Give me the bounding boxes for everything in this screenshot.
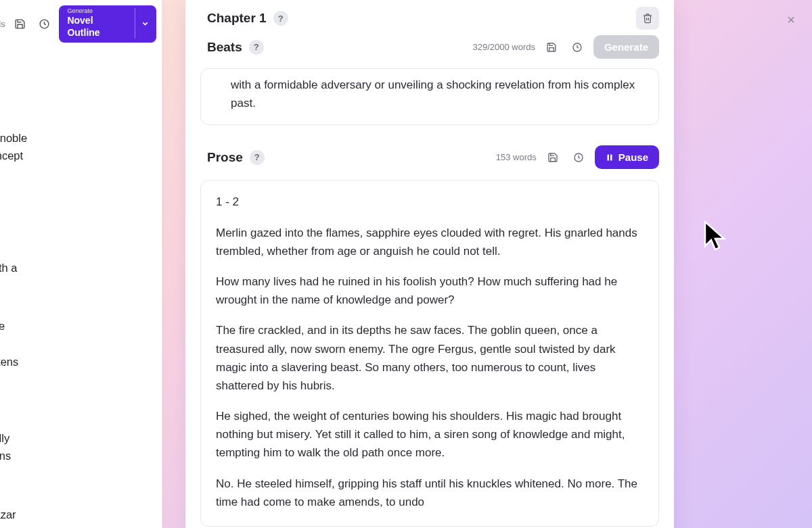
outline-paragraph: ns work to build bridges they face numer… xyxy=(0,223,149,277)
save-icon[interactable] xyxy=(542,38,561,57)
sidebar: ds Generate Novel Outline ers Cassius Ir… xyxy=(0,0,162,528)
main-card: Chapter 1 ? Beats ? 329/2000 words Gener… xyxy=(185,0,674,528)
outline-paragraph: nage to broker a tentative atures, but t… xyxy=(0,317,149,370)
pause-button[interactable]: Pause xyxy=(595,145,659,169)
chevron-down-icon[interactable] xyxy=(135,8,150,39)
save-icon[interactable] xyxy=(11,15,30,34)
history-icon[interactable] xyxy=(35,15,54,34)
outline-paragraph: a new revelation about n enemy, but rath… xyxy=(0,412,149,465)
history-icon[interactable] xyxy=(568,38,587,57)
prose-title: Prose xyxy=(207,150,243,165)
generate-beats-label: Generate xyxy=(604,41,648,53)
cursor-icon xyxy=(702,220,729,253)
trash-button[interactable] xyxy=(636,7,659,30)
close-icon[interactable]: × xyxy=(787,12,795,28)
prose-marker: 1 - 2 xyxy=(216,193,644,211)
prose-paragraph: Merlin gazed into the flames, sapphire e… xyxy=(216,224,644,260)
prose-text[interactable]: 1 - 2 Merlin gazed into the flames, sapp… xyxy=(200,180,659,527)
outline-paragraph: ers Cassius Ironheart, a noble :assius's… xyxy=(0,129,149,183)
sidebar-stub-text: ds xyxy=(0,19,5,29)
generate-novel-outline-button[interactable]: Generate Novel Outline xyxy=(59,5,156,43)
outline-fragment: ers Cassius Ironheart, a noble :assius's… xyxy=(0,48,149,528)
svg-rect-3 xyxy=(607,154,609,160)
history-icon[interactable] xyxy=(569,148,588,167)
pause-icon xyxy=(606,153,614,162)
prose-wordcount: 153 words xyxy=(496,152,537,162)
generate-beats-button[interactable]: Generate xyxy=(593,35,659,59)
beats-title: Beats xyxy=(207,40,242,55)
generate-label: Novel Outline xyxy=(67,15,99,38)
help-icon[interactable]: ? xyxy=(273,11,288,26)
svg-rect-4 xyxy=(610,154,612,160)
help-icon[interactable]: ? xyxy=(250,150,265,165)
prose-paragraph: He sighed, the weight of centuries bowin… xyxy=(216,407,644,462)
pause-label: Pause xyxy=(618,151,648,163)
generate-sublabel: Generate xyxy=(67,8,128,14)
beats-wordcount: 329/2000 words xyxy=(472,42,535,52)
prose-paragraph: How many lives had he ruined in his fool… xyxy=(216,272,644,309)
save-icon[interactable] xyxy=(543,148,562,167)
chapter-title: Chapter 1 xyxy=(207,11,267,26)
prose-paragraph: The fire crackled, and in its depths he … xyxy=(216,321,644,395)
prose-paragraph: No. He steeled himself, gripping his sta… xyxy=(216,475,644,511)
help-icon[interactable]: ? xyxy=(249,40,264,55)
outline-paragraph: is shattered when Balthazar e goblin tow… xyxy=(0,506,149,528)
beats-text[interactable]: with a formidable adversary or unveiling… xyxy=(200,68,659,125)
